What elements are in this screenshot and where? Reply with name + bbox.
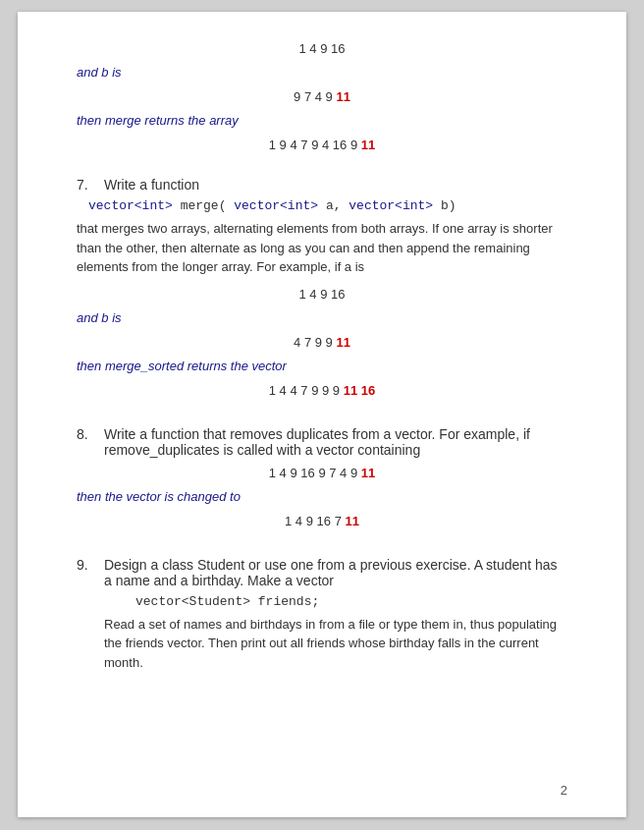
- section-9-code: vector<Student> friends;: [77, 594, 567, 609]
- section-8: 8. Write a function that removes duplica…: [77, 426, 567, 529]
- section-9-header: 9. Design a class Student or use one fro…: [77, 557, 567, 588]
- section-7-code: vector<int> merge( vector<int> a, vector…: [77, 198, 567, 213]
- top-array-b: 9 7 4 9 11: [77, 87, 567, 105]
- section-8-then-label: then the vector is changed to: [77, 489, 567, 504]
- top-result: 1 9 4 7 9 4 16 9 11: [77, 136, 567, 153]
- section-7-body: that merges two arrays, alternating elem…: [77, 219, 567, 277]
- section-7-then-label: then merge_sorted returns the vector: [77, 359, 567, 373]
- section-8-example: 1 4 9 16 9 7 4 9 11: [77, 464, 567, 481]
- and-b-is-top: and b is: [77, 65, 567, 80]
- page: 1 4 9 16 and b is 9 7 4 9 11 then merge …: [18, 12, 626, 817]
- section-8-header: 8. Write a function that removes duplica…: [77, 426, 567, 458]
- section-9-body2: Read a set of names and birthdays in fro…: [77, 615, 567, 673]
- section-7-example-a: 1 4 9 16: [77, 285, 567, 303]
- section-7-and-b-is: and b is: [77, 310, 567, 325]
- top-array-a: 1 4 9 16: [77, 39, 567, 57]
- then-merge-returns: then merge returns the array: [77, 113, 567, 128]
- section-7-result: 1 4 4 7 9 9 9 11 16: [77, 381, 567, 399]
- section-8-result: 1 4 9 16 7 11: [77, 512, 567, 529]
- section-7-example-b: 4 7 9 9 11: [77, 333, 567, 351]
- page-number: 2: [561, 783, 567, 798]
- section-7: 7. Write a function vector<int> merge( v…: [77, 177, 567, 399]
- section-9: 9. Design a class Student or use one fro…: [77, 557, 567, 673]
- section-7-header: 7. Write a function: [77, 177, 567, 193]
